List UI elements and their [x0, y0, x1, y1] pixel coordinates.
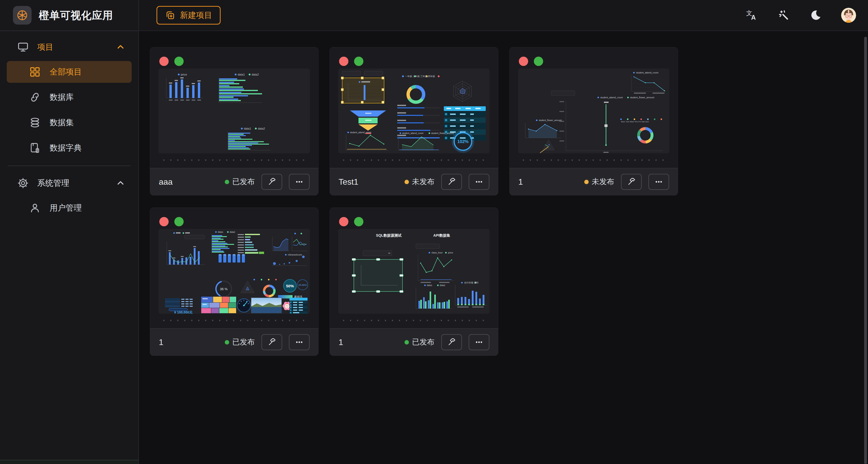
more-actions-button[interactable]	[648, 174, 669, 190]
sidebar-footer-strip	[0, 460, 138, 464]
hammer-icon	[447, 178, 456, 186]
grouped-hbars: data1 data2	[212, 231, 235, 253]
status-badge: 已发布	[225, 337, 255, 347]
treemap	[201, 297, 236, 313]
sidebar-section-system[interactable]: 系统管理	[0, 173, 138, 193]
green-light-icon	[354, 57, 363, 66]
sidebar: 橙单可视化应用 项目	[0, 0, 139, 464]
card-status-lights	[330, 47, 498, 66]
mini-hbar-chart: data1 data2	[219, 73, 262, 103]
green-light-icon	[534, 57, 543, 66]
more-actions-button[interactable]	[469, 334, 489, 350]
status-dot	[404, 340, 409, 344]
app-logo-icon	[13, 6, 32, 25]
menu-item-label: 数据库	[50, 92, 74, 103]
mini-bar-chart: price	[166, 73, 203, 101]
project-name: Test1	[339, 177, 358, 187]
svg-text:25.00%: 25.00%	[299, 283, 307, 286]
heat-table: ¥ 100,000元	[165, 298, 193, 314]
menu-item-label: 数据字典	[50, 143, 82, 153]
edit-project-button[interactable]	[441, 174, 462, 190]
app-window: 橙单可视化应用 项目	[0, 0, 868, 464]
user-avatar[interactable]	[841, 8, 856, 23]
sidebar-item-database[interactable]: 数据库	[7, 86, 132, 108]
vertical-scrollbar[interactable]	[864, 37, 867, 464]
film-strip-dots	[340, 319, 488, 321]
sidebar-item-dataset[interactable]: 数据集	[7, 112, 132, 133]
new-project-button[interactable]: 新建项目	[156, 6, 221, 25]
hammer-icon	[447, 338, 456, 347]
sidebar-item-user-management[interactable]: 用户管理	[7, 197, 132, 219]
project-name: 1	[339, 338, 343, 347]
edit-project-button[interactable]	[261, 174, 282, 190]
more-actions-button[interactable]	[469, 174, 489, 190]
translate-icon[interactable]: 文 A	[745, 8, 758, 22]
topbar: 新建项目 文 A	[139, 0, 868, 31]
landscape-photo	[251, 298, 282, 313]
project-name: 1	[518, 177, 523, 187]
app-title: 橙单可视化应用	[39, 8, 113, 23]
chevron-up-icon[interactable]	[116, 178, 125, 188]
red-light-icon	[159, 57, 168, 66]
grid-icon	[29, 66, 41, 78]
hammer-icon	[627, 178, 636, 186]
svg-text:合计价格 课时: 合计价格 课时	[464, 281, 479, 284]
week-donut: Mon Tue Wed Thu Fri Sat Sun	[620, 119, 662, 142]
svg-text:¥ 100,000元: ¥ 100,000元	[174, 310, 193, 314]
data-table	[444, 106, 486, 141]
project-card: data1 data2	[150, 208, 319, 356]
grouped-bars: data1 data2	[416, 284, 452, 309]
svg-text:student_attend_count: student_attend_count	[600, 96, 623, 99]
red-light-icon	[519, 57, 528, 66]
right-bar-chart: 合计价格 课时	[455, 281, 487, 308]
user-icon	[29, 202, 41, 214]
svg-text:student_flower_amount: student_flower_amount	[630, 96, 654, 99]
project-thumbnail[interactable]: SQL数据源测试 API数据集	[338, 229, 490, 314]
magic-wand-icon[interactable]	[777, 8, 790, 22]
top-right-line-chart: student_attend_count	[631, 71, 666, 94]
menu-item-label: 数据集	[50, 117, 74, 128]
menu-divider	[8, 165, 131, 166]
sidebar-section-projects[interactable]: 项目	[0, 37, 138, 57]
project-name: aaa	[159, 177, 173, 187]
center-chart: student_attend_count student_flower_amou…	[559, 96, 663, 153]
badge-25: 25.00%	[298, 280, 308, 290]
sidebar-item-all-projects[interactable]: 全部项目	[7, 61, 132, 83]
red-light-icon	[159, 217, 168, 226]
more-actions-button[interactable]	[289, 334, 310, 350]
card-footer: 1 已发布	[150, 328, 318, 355]
status-dot	[225, 340, 229, 344]
edit-project-button[interactable]	[441, 334, 462, 350]
film-strip-dots	[520, 159, 668, 161]
logo-row: 橙单可视化应用	[0, 0, 138, 31]
card-footer: aaa 已发布	[150, 168, 318, 195]
green-light-icon	[354, 217, 363, 226]
ellipsis-icon	[654, 178, 663, 186]
left-line-chart: student_flower_amount	[525, 119, 562, 138]
svg-text:data2: data2	[230, 231, 235, 233]
sidebar-item-dictionary[interactable]: 数据字典	[7, 137, 132, 159]
project-thumbnail[interactable]: data1 data2	[159, 229, 310, 314]
project-thumbnail[interactable]: 一年级 二年级 三年级 四年级	[338, 68, 490, 153]
scatter-chart: chineseScore	[272, 253, 307, 266]
ellipsis-icon	[295, 338, 304, 347]
edit-project-button[interactable]	[621, 174, 642, 190]
svg-text:data2: data2	[440, 284, 445, 286]
more-actions-button[interactable]	[289, 174, 310, 190]
project-thumbnail[interactable]: student_attend_count	[518, 68, 669, 153]
project-thumbnail[interactable]: price	[159, 68, 310, 153]
green-light-icon	[174, 217, 184, 226]
svg-text:36 %: 36 %	[220, 287, 227, 291]
film-strip-dots	[160, 159, 308, 161]
new-project-label: 新建项目	[180, 10, 212, 21]
right-table	[289, 298, 308, 314]
svg-text:price: price	[181, 73, 187, 76]
menu-item-label: 全部项目	[50, 66, 82, 78]
project-card: student_attend_count	[509, 47, 678, 195]
edit-project-button[interactable]	[261, 334, 282, 350]
selected-empty-chart	[352, 258, 403, 292]
cylinder-row	[219, 254, 245, 263]
section-label: 系统管理	[37, 178, 69, 189]
dark-mode-moon-icon[interactable]	[809, 8, 823, 22]
chevron-up-icon[interactable]	[116, 42, 125, 52]
